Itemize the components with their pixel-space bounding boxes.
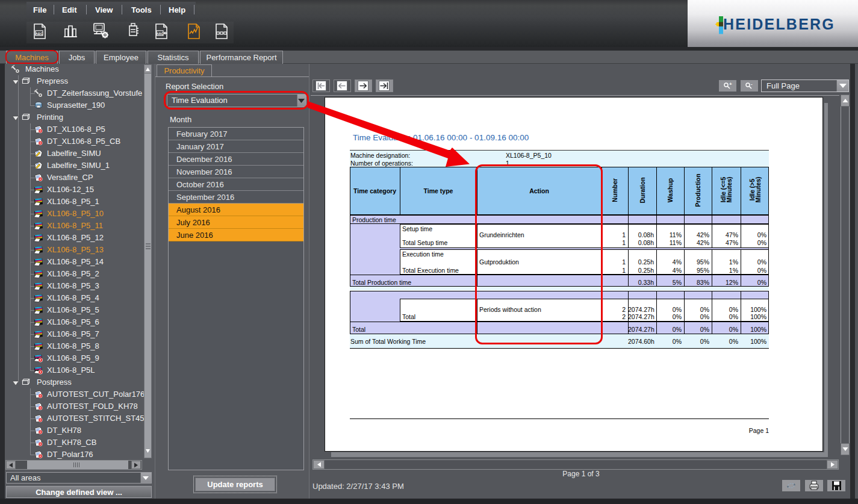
svg-text:ABC: ABC: [36, 32, 44, 36]
svg-text:ABC: ABC: [157, 32, 164, 36]
svg-text:HEIDELBERG: HEIDELBERG: [723, 16, 835, 33]
svg-text:+: +: [729, 82, 732, 87]
svg-text:-: -: [751, 82, 753, 87]
